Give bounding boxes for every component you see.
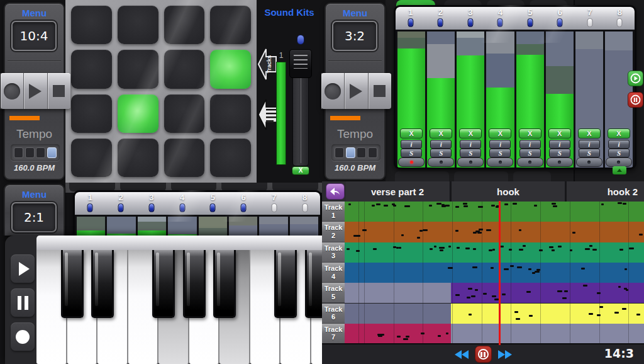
tempo-led-lit[interactable] — [47, 147, 57, 158]
track-row[interactable] — [345, 242, 644, 263]
rewind-button[interactable] — [455, 350, 469, 359]
playhead[interactable] — [499, 201, 501, 345]
play-button[interactable] — [24, 73, 47, 109]
channel-info-button[interactable]: i — [579, 140, 600, 149]
black-key[interactable] — [183, 250, 206, 318]
tempo-led[interactable] — [36, 147, 45, 158]
drum-pad[interactable] — [71, 139, 112, 177]
channel-solo-button[interactable]: S — [579, 149, 600, 157]
channel-x-button[interactable]: X — [459, 128, 482, 139]
black-key[interactable] — [213, 250, 236, 318]
channel-close-button[interactable]: X — [292, 166, 309, 175]
track-label[interactable]: Track2 — [322, 222, 345, 242]
tempo-led[interactable] — [357, 147, 366, 158]
channel-info-button[interactable]: i — [489, 140, 511, 149]
drum-pad[interactable] — [164, 50, 205, 88]
sequence-play-button[interactable] — [628, 71, 643, 86]
channel-solo-button[interactable]: S — [401, 149, 422, 157]
drum-pad[interactable] — [210, 94, 251, 133]
position-display[interactable]: 3:2 — [332, 21, 377, 51]
tempo-led-box[interactable] — [331, 144, 380, 161]
channel-pan-knob[interactable] — [457, 157, 484, 167]
channel-info-button[interactable]: i — [430, 140, 452, 149]
track-row[interactable] — [345, 202, 644, 222]
track-row[interactable] — [345, 324, 644, 344]
track-label[interactable]: Track1 — [322, 202, 345, 222]
tempo-led[interactable] — [368, 147, 377, 158]
fader-handle[interactable] — [289, 49, 312, 78]
track-row[interactable] — [345, 263, 644, 283]
channel-info-button[interactable]: i — [608, 140, 630, 149]
channel-solo-button[interactable]: S — [549, 149, 570, 157]
channel-solo-button[interactable]: S — [519, 149, 541, 157]
track-label[interactable]: Track6 — [322, 304, 345, 324]
black-key[interactable] — [152, 250, 175, 318]
section-hook-2[interactable]: hook 2 — [567, 181, 644, 202]
drum-pad[interactable] — [118, 6, 158, 44]
section-verse-part-2[interactable]: verse part 2 — [346, 181, 449, 202]
black-key[interactable] — [274, 250, 297, 318]
stop-button[interactable] — [369, 73, 391, 109]
tempo-led-lit[interactable] — [346, 147, 355, 158]
piano-pause-button[interactable] — [11, 288, 35, 317]
play-button[interactable] — [345, 73, 368, 109]
section-hook[interactable]: hook — [452, 181, 565, 202]
tempo-led[interactable] — [335, 147, 344, 158]
channel-info-button[interactable]: i — [519, 140, 541, 149]
sequence-pause-button[interactable] — [628, 92, 643, 108]
stop-button[interactable] — [48, 73, 70, 109]
record-button[interactable] — [321, 73, 345, 109]
channel-info-button[interactable]: i — [401, 140, 422, 149]
drum-pad[interactable] — [118, 139, 158, 177]
channel-pan-knob[interactable] — [547, 157, 573, 167]
channel-solo-button[interactable]: S — [608, 149, 630, 157]
channel-x-button[interactable]: X — [430, 128, 452, 139]
channel-x-button[interactable]: X — [400, 128, 423, 139]
channel-x-button[interactable]: X — [519, 128, 541, 139]
drum-pad[interactable] — [71, 94, 112, 133]
tempo-led-box[interactable] — [11, 144, 60, 161]
track-label[interactable]: Track7 — [322, 324, 345, 344]
channel-solo-button[interactable]: S — [489, 149, 511, 157]
forward-button[interactable] — [498, 350, 512, 359]
channel-solo-button[interactable]: S — [460, 149, 481, 157]
channel-pan-knob[interactable] — [398, 157, 425, 167]
track-row[interactable] — [345, 283, 644, 303]
drum-pad[interactable] — [71, 6, 112, 44]
channel-pan-knob[interactable] — [517, 157, 543, 167]
tracks-arrow-button[interactable]: Tracks — [258, 48, 277, 81]
drum-pad-lit[interactable] — [210, 50, 251, 88]
drum-pad[interactable] — [118, 50, 158, 88]
black-key[interactable] — [61, 250, 84, 318]
position-display[interactable]: 2:1 — [11, 202, 57, 232]
menu-button[interactable]: Menu — [5, 8, 64, 18]
keyboard-arrow-button[interactable] — [258, 98, 278, 131]
channel-pan-knob[interactable] — [606, 157, 632, 167]
channel-x-button[interactable]: X — [608, 128, 630, 139]
track-label[interactable]: Track4 — [322, 263, 345, 283]
channel-info-button[interactable]: i — [549, 140, 570, 149]
track-row[interactable] — [345, 222, 644, 242]
menu-button[interactable]: Menu — [5, 189, 64, 200]
channel-pan-knob[interactable] — [487, 157, 513, 167]
drum-pad[interactable] — [71, 50, 112, 88]
menu-button[interactable]: Menu — [326, 8, 384, 18]
drum-pad[interactable] — [210, 139, 251, 177]
drum-pad[interactable] — [164, 6, 205, 44]
piano-play-button[interactable] — [11, 254, 35, 283]
channel-x-button[interactable]: X — [548, 128, 571, 139]
drum-pad[interactable] — [164, 94, 205, 133]
channel-pan-knob[interactable] — [428, 157, 454, 167]
black-key[interactable] — [305, 250, 323, 318]
track-label[interactable]: Track5 — [322, 283, 345, 303]
drum-pad[interactable] — [164, 139, 205, 177]
record-button[interactable] — [1, 73, 24, 109]
mixer-expand-button[interactable] — [613, 166, 626, 174]
channel-x-button[interactable]: X — [489, 128, 511, 139]
arrangement-pause-button[interactable] — [475, 346, 492, 363]
track-row[interactable] — [345, 304, 644, 324]
tempo-led[interactable] — [25, 147, 35, 158]
drum-pad-lit[interactable] — [118, 94, 158, 133]
channel-solo-button[interactable]: S — [430, 149, 452, 157]
position-display[interactable]: 10:4 — [11, 21, 57, 51]
